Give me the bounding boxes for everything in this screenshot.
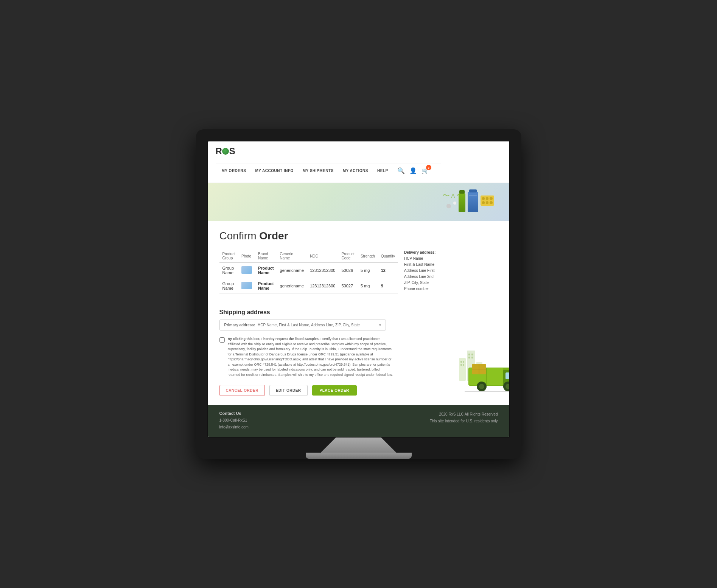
svg-rect-8 bbox=[471, 354, 473, 355]
col-brand-name: Brand Name bbox=[255, 250, 277, 263]
table-header: Product Group Photo Brand Name Generic N… bbox=[219, 250, 398, 263]
photo-thumb-1 bbox=[241, 266, 252, 274]
order-table-container: Product Group Photo Brand Name Generic N… bbox=[219, 250, 398, 301]
delivery-address: Delivery address: HCP Name First & Last … bbox=[404, 250, 449, 301]
table-row: Group Name Product Name genericname 1231… bbox=[219, 263, 398, 278]
footer-copyright: 2020 RxS LLC All Rights Reserved bbox=[439, 412, 498, 416]
delivery-address2: Address Line 2nd bbox=[404, 275, 434, 279]
svg-rect-7 bbox=[468, 354, 470, 355]
nav-bar: MY ORDERS MY ACCOUNT INFO MY SHIPMENTS M… bbox=[216, 163, 441, 178]
site-footer: Contact Us 1-800-Call-RxS1 info@rxsinfo.… bbox=[208, 405, 509, 437]
pill-decoration-1 bbox=[445, 203, 451, 209]
svg-rect-6 bbox=[463, 364, 464, 366]
table-row: Group Name Product Name genericname 1231… bbox=[219, 278, 398, 294]
nav-my-actions[interactable]: MY ACTIONS bbox=[343, 163, 368, 178]
svg-rect-9 bbox=[468, 357, 470, 358]
logo-rx: R bbox=[216, 146, 222, 156]
content-left: Confirm Order Product Group Photo Brand … bbox=[219, 230, 449, 396]
shipping-title: Shipping address bbox=[219, 309, 449, 316]
cell-quantity-2: 9 bbox=[378, 278, 398, 294]
pill-strip bbox=[481, 195, 494, 206]
content-right bbox=[457, 230, 510, 396]
col-strength: Strength bbox=[358, 250, 378, 263]
delivery-hcp-name: HCP Name bbox=[404, 256, 423, 261]
delivery-address1: Address Line First bbox=[404, 268, 435, 273]
logo-divider bbox=[216, 159, 257, 159]
consent-text-bold: By clicking this box, I hereby request t… bbox=[228, 337, 320, 341]
consent-label: By clicking this box, I hereby request t… bbox=[228, 337, 393, 377]
cart-button[interactable]: 🛒 3 bbox=[421, 167, 429, 174]
col-photo: Photo bbox=[238, 250, 255, 263]
hero-illustration bbox=[446, 192, 494, 212]
cell-ndc-1: 12312312300 bbox=[307, 263, 338, 278]
col-product-code: Product Code bbox=[338, 250, 357, 263]
footer-email: info@rxsinfo.com bbox=[219, 425, 249, 429]
svg-rect-13 bbox=[505, 372, 510, 379]
edit-order-button[interactable]: EDIT ORDER bbox=[269, 385, 308, 396]
place-order-button[interactable]: PLACE ORDER bbox=[312, 385, 357, 396]
dropdown-value: HCP Name, First & Last Name, Address Lin… bbox=[258, 323, 360, 327]
address-dropdown[interactable]: Primary address: HCP Name, First & Last … bbox=[219, 320, 386, 330]
cell-strength-2: 5 mg bbox=[358, 278, 378, 294]
cell-photo-1 bbox=[238, 263, 255, 278]
consent-text-detail: I certify that I am a licensed practitio… bbox=[228, 337, 393, 377]
table-body: Group Name Product Name genericname 1231… bbox=[219, 263, 398, 294]
cell-quantity-1: 12 bbox=[378, 263, 398, 278]
bottle-green bbox=[459, 193, 465, 212]
cell-photo-2 bbox=[238, 278, 255, 294]
cell-generic-1: genericname bbox=[277, 263, 307, 278]
footer-region: This site intended for U.S. residents on… bbox=[430, 419, 498, 423]
svg-rect-5 bbox=[460, 364, 462, 366]
cell-code-2: 50027 bbox=[338, 278, 357, 294]
col-generic-name: Generic Name bbox=[277, 250, 307, 263]
cancel-order-button[interactable]: CANCEL ORDER bbox=[219, 385, 265, 396]
nav-my-account-info[interactable]: MY ACCOUNT INFO bbox=[255, 163, 293, 178]
cell-strength-1: 5 mg bbox=[358, 263, 378, 278]
bottle-blue bbox=[468, 192, 478, 212]
delivery-full-name: First & Last Name bbox=[404, 262, 434, 267]
nav-icons: 🔍 👤 🛒 3 bbox=[397, 167, 435, 174]
delivery-city-state: ZIP, City, State bbox=[404, 281, 429, 285]
search-button[interactable]: 🔍 bbox=[397, 167, 405, 174]
pill-decoration-2 bbox=[453, 202, 456, 205]
consent-section: By clicking this box, I hereby request t… bbox=[219, 337, 393, 377]
footer-phone: 1-800-Call-RxS1 bbox=[219, 418, 247, 422]
page-title-bold: Order bbox=[259, 230, 288, 242]
cell-code-1: 50026 bbox=[338, 263, 357, 278]
delivery-label: Delivery address: bbox=[404, 250, 435, 254]
main-content: Confirm Order Product Group Photo Brand … bbox=[208, 221, 509, 405]
cell-brand-2: Product Name bbox=[255, 278, 277, 294]
header-left: RS MY ORDERS MY ACCOUNT INFO MY SHIPMENT… bbox=[208, 141, 449, 183]
logo-globe bbox=[222, 148, 229, 155]
nav-help[interactable]: HELP bbox=[377, 163, 388, 178]
hero-banner: 〜∧〜 bbox=[208, 183, 509, 221]
cell-group-1: Group Name bbox=[219, 263, 238, 278]
cell-ndc-2: 12312312300 bbox=[307, 278, 338, 294]
cell-group-2: Group Name bbox=[219, 278, 238, 294]
logo[interactable]: RS bbox=[216, 146, 441, 157]
delivery-phone: Phone number bbox=[404, 287, 429, 291]
page-title-light: Confirm bbox=[219, 230, 260, 242]
action-buttons: CANCEL ORDER EDIT ORDER PLACE ORDER bbox=[219, 385, 449, 396]
footer-legal: 2020 RxS LLC All Rights Reserved This si… bbox=[430, 411, 498, 425]
svg-rect-3 bbox=[460, 361, 462, 363]
dropdown-label: Primary address: HCP Name, First & Last … bbox=[224, 323, 360, 327]
col-ndc: NDC bbox=[307, 250, 338, 263]
nav-my-orders[interactable]: MY ORDERS bbox=[222, 163, 246, 178]
order-section: Product Group Photo Brand Name Generic N… bbox=[219, 250, 449, 301]
svg-rect-4 bbox=[463, 361, 464, 363]
footer-contact-title: Contact Us bbox=[219, 411, 241, 416]
svg-rect-0 bbox=[459, 358, 466, 381]
shipping-section: Shipping address Primary address: HCP Na… bbox=[219, 309, 449, 330]
col-product-group: Product Group bbox=[219, 250, 238, 263]
nav-my-shipments[interactable]: MY SHIPMENTS bbox=[303, 163, 334, 178]
truck-illustration bbox=[457, 343, 510, 392]
col-quantity: Quantity bbox=[378, 250, 398, 263]
order-table: Product Group Photo Brand Name Generic N… bbox=[219, 250, 398, 294]
account-button[interactable]: 👤 bbox=[409, 167, 417, 174]
consent-checkbox[interactable] bbox=[219, 337, 225, 343]
photo-thumb-2 bbox=[241, 282, 252, 289]
monitor-stand bbox=[321, 438, 397, 453]
monitor-base bbox=[306, 453, 412, 459]
cart-badge: 3 bbox=[426, 165, 431, 170]
